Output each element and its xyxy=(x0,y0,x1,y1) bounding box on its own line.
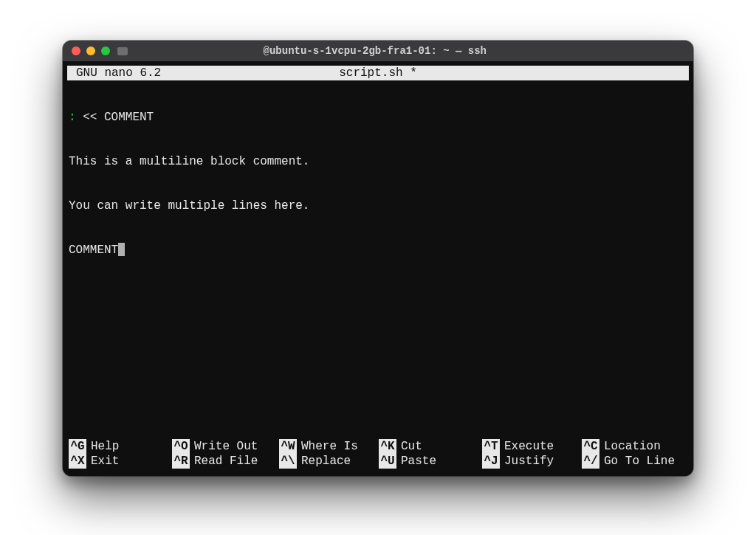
titlebar: @ubuntu-s-1vcpu-2gb-fra1-01: ~ — ssh xyxy=(63,41,693,61)
maximize-icon[interactable] xyxy=(101,46,110,55)
shortcut-go-to-line[interactable]: ^/Go To Line xyxy=(582,454,693,469)
shortcut-help[interactable]: ^GHelp xyxy=(69,439,172,454)
keycap: ^K xyxy=(379,439,396,454)
editor-line: This is a multiline block comment. xyxy=(69,154,687,169)
nano-header: GNU nano 6.2 script.sh * xyxy=(67,66,689,80)
shortcut-cut[interactable]: ^KCut xyxy=(379,439,482,454)
shortcut-location[interactable]: ^CLocation xyxy=(582,439,693,454)
keylabel: Replace xyxy=(301,454,351,469)
keylabel: Read File xyxy=(194,454,258,469)
keycap: ^J xyxy=(482,454,500,469)
keylabel: Justify xyxy=(504,454,554,469)
keycap: ^R xyxy=(172,454,190,469)
terminal-area[interactable]: GNU nano 6.2 script.sh * : << COMMENT Th… xyxy=(63,61,693,476)
keycap: ^O xyxy=(172,439,190,454)
terminal-window: @ubuntu-s-1vcpu-2gb-fra1-01: ~ — ssh GNU… xyxy=(63,41,693,476)
keylabel: Help xyxy=(91,439,119,454)
minimize-icon[interactable] xyxy=(86,46,95,55)
heredoc-colon: : xyxy=(69,111,83,124)
shortcut-exit[interactable]: ^XExit xyxy=(69,454,172,469)
keycap: ^T xyxy=(482,439,500,454)
editor-line: You can write multiple lines here. xyxy=(69,199,687,213)
keylabel: Where Is xyxy=(301,439,358,454)
cursor xyxy=(118,243,125,256)
keylabel: Write Out xyxy=(194,439,258,454)
keylabel: Cut xyxy=(401,439,422,454)
heredoc-close: COMMENT xyxy=(69,244,118,257)
keycap: ^\ xyxy=(279,454,297,469)
heredoc-open: << COMMENT xyxy=(83,111,154,124)
keycap: ^G xyxy=(69,439,86,454)
keycap: ^W xyxy=(279,439,297,454)
nano-shortcut-bar: ^GHelp ^OWrite Out ^WWhere Is ^KCut ^TEx… xyxy=(67,439,689,472)
shortcut-replace[interactable]: ^\Replace xyxy=(279,454,379,469)
window-title: @ubuntu-s-1vcpu-2gb-fra1-01: ~ — ssh xyxy=(63,45,693,57)
shortcut-justify[interactable]: ^JJustify xyxy=(482,454,582,469)
shortcut-where-is[interactable]: ^WWhere Is xyxy=(279,439,379,454)
keylabel: Paste xyxy=(401,454,436,469)
shortcut-read-file[interactable]: ^RRead File xyxy=(172,454,279,469)
editor-body[interactable]: : << COMMENT This is a multiline block c… xyxy=(67,80,689,439)
editor-line: : << COMMENT xyxy=(69,110,687,125)
editor-line: COMMENT xyxy=(69,243,687,258)
traffic-lights xyxy=(72,46,110,55)
shortcut-write-out[interactable]: ^OWrite Out xyxy=(172,439,279,454)
shortcut-paste[interactable]: ^UPaste xyxy=(379,454,482,469)
keylabel: Exit xyxy=(91,454,119,469)
keycap: ^X xyxy=(69,454,86,469)
keylabel: Go To Line xyxy=(604,454,675,469)
tab-icon xyxy=(117,47,128,55)
keylabel: Execute xyxy=(504,439,554,454)
shortcut-execute[interactable]: ^TExecute xyxy=(482,439,582,454)
shortcut-row: ^GHelp ^OWrite Out ^WWhere Is ^KCut ^TEx… xyxy=(69,439,687,454)
keylabel: Location xyxy=(604,439,661,454)
keycap: ^U xyxy=(379,454,396,469)
nano-app-name: GNU nano 6.2 xyxy=(69,66,161,80)
keycap: ^C xyxy=(582,439,599,454)
shortcut-row: ^XExit ^RRead File ^\Replace ^UPaste ^JJ… xyxy=(69,454,687,469)
keycap: ^/ xyxy=(582,454,599,469)
close-icon[interactable] xyxy=(72,46,80,55)
